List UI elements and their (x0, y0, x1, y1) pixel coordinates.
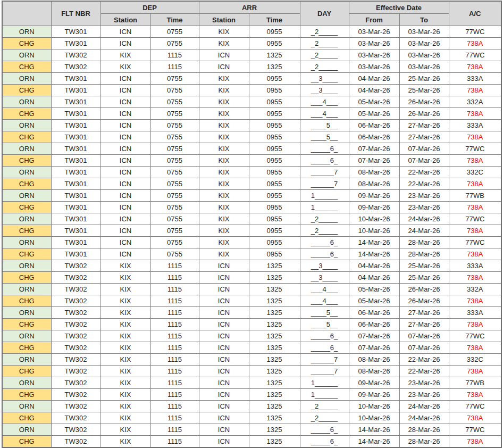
arr-station-cell: KIX (199, 143, 249, 155)
row-type-cell: CHG (2, 295, 51, 307)
row-type-cell: ORN (2, 307, 51, 319)
aircraft-cell: 738A (449, 342, 501, 354)
flt-nbr-cell: TW301 (51, 248, 100, 260)
flt-nbr-cell: TW301 (51, 213, 100, 225)
arr-time-cell: 0955 (249, 225, 300, 237)
from-date-cell: 10-Mar-26 (349, 213, 399, 225)
from-date-cell: 14-Mar-26 (349, 424, 399, 436)
day-cell: ______7 (300, 178, 349, 190)
from-date-cell: 07-Mar-26 (349, 330, 399, 342)
aircraft-cell: 333A (449, 307, 501, 319)
arr-time-cell: 0955 (249, 26, 300, 38)
to-date-cell: 25-Mar-26 (399, 260, 449, 272)
arr-station-cell: KIX (199, 96, 249, 108)
row-type-cell: CHG (2, 85, 51, 96)
table-row: CHG TW301 ICN 0755 KIX 0955 1______ 09-M… (2, 202, 501, 213)
arr-time-cell: 0955 (249, 143, 300, 155)
row-type-cell: ORN (2, 143, 51, 155)
aircraft-cell: 738A (449, 389, 501, 401)
arr-station-cell: KIX (199, 108, 249, 120)
aircraft-cell: 738A (449, 412, 501, 424)
flt-nbr-cell: TW302 (51, 424, 100, 436)
table-row: CHG TW301 ICN 0755 KIX 0955 ______7 08-M… (2, 178, 501, 190)
arr-time-cell: 0955 (249, 120, 300, 131)
to-date-cell: 03-Mar-26 (399, 26, 449, 38)
header-effective-date: Effective Date (349, 1, 449, 14)
to-date-cell: 07-Mar-26 (399, 330, 449, 342)
aircraft-cell: 332A (449, 96, 501, 108)
arr-time-cell: 1325 (249, 330, 300, 342)
day-cell: _____6_ (300, 436, 349, 448)
dep-station-cell: ICN (100, 143, 150, 155)
dep-station-cell: ICN (100, 108, 150, 120)
dep-station-cell: KIX (100, 284, 150, 295)
header-to: To (399, 14, 449, 26)
arr-station-cell: KIX (199, 26, 249, 38)
to-date-cell: 23-Mar-26 (399, 202, 449, 213)
dep-station-cell: KIX (100, 330, 150, 342)
arr-station-cell: ICN (199, 319, 249, 330)
flt-nbr-cell: TW302 (51, 307, 100, 319)
dep-time-cell: 0755 (150, 237, 199, 248)
to-date-cell: 26-Mar-26 (399, 295, 449, 307)
from-date-cell: 08-Mar-26 (349, 354, 399, 366)
arr-time-cell: 1325 (249, 272, 300, 284)
aircraft-cell: 738A (449, 295, 501, 307)
arr-time-cell: 0955 (249, 248, 300, 260)
from-date-cell: 08-Mar-26 (349, 178, 399, 190)
dep-time-cell: 1115 (150, 389, 199, 401)
to-date-cell: 24-Mar-26 (399, 401, 449, 412)
aircraft-cell: 77WC (449, 26, 501, 38)
dep-time-cell: 0755 (150, 202, 199, 213)
to-date-cell: 03-Mar-26 (399, 38, 449, 49)
from-date-cell: 08-Mar-26 (349, 366, 399, 377)
from-date-cell: 09-Mar-26 (349, 202, 399, 213)
day-cell: ______7 (300, 354, 349, 366)
to-date-cell: 23-Mar-26 (399, 190, 449, 202)
row-type-cell: CHG (2, 366, 51, 377)
aircraft-cell: 738A (449, 178, 501, 190)
dep-station-cell: ICN (100, 237, 150, 248)
arr-time-cell: 1325 (249, 401, 300, 412)
from-date-cell: 06-Mar-26 (349, 120, 399, 131)
flt-nbr-cell: TW301 (51, 237, 100, 248)
dep-station-cell: ICN (100, 190, 150, 202)
arr-time-cell: 0955 (249, 85, 300, 96)
from-date-cell: 10-Mar-26 (349, 401, 399, 412)
arr-time-cell: 0955 (249, 108, 300, 120)
row-type-cell: CHG (2, 272, 51, 284)
dep-station-cell: KIX (100, 260, 150, 272)
dep-time-cell: 1115 (150, 330, 199, 342)
arr-station-cell: ICN (199, 389, 249, 401)
day-cell: _2_____ (300, 26, 349, 38)
row-type-cell: CHG (2, 319, 51, 330)
table-row: CHG TW302 KIX 1115 ICN 1325 ______7 08-M… (2, 366, 501, 377)
flight-schedule-table: FLT NBR DEP ARR DAY Effective Date A/C S… (2, 1, 502, 448)
dep-station-cell: KIX (100, 319, 150, 330)
aircraft-cell: 738A (449, 436, 501, 448)
dep-time-cell: 0755 (150, 73, 199, 85)
table-row: CHG TW302 KIX 1115 ICN 1325 __3____ 04-M… (2, 272, 501, 284)
arr-time-cell: 0955 (249, 131, 300, 143)
dep-station-cell: ICN (100, 155, 150, 167)
arr-station-cell: KIX (199, 178, 249, 190)
header-dep-time: Time (150, 14, 199, 26)
from-date-cell: 09-Mar-26 (349, 377, 399, 389)
from-date-cell: 14-Mar-26 (349, 248, 399, 260)
dep-time-cell: 1115 (150, 424, 199, 436)
flt-nbr-cell: TW302 (51, 401, 100, 412)
table-row: CHG TW301 ICN 0755 KIX 0955 _2_____ 03-M… (2, 38, 501, 49)
arr-station-cell: ICN (199, 61, 249, 73)
flt-nbr-cell: TW302 (51, 389, 100, 401)
arr-station-cell: KIX (199, 131, 249, 143)
header-day: DAY (300, 1, 349, 26)
dep-time-cell: 0755 (150, 26, 199, 38)
flt-nbr-cell: TW302 (51, 366, 100, 377)
header-ac: A/C (449, 1, 501, 26)
arr-station-cell: KIX (199, 73, 249, 85)
arr-station-cell: ICN (199, 354, 249, 366)
dep-time-cell: 1115 (150, 319, 199, 330)
day-cell: _____6_ (300, 424, 349, 436)
header-arr-station: Station (199, 14, 249, 26)
aircraft-cell: 738A (449, 225, 501, 237)
